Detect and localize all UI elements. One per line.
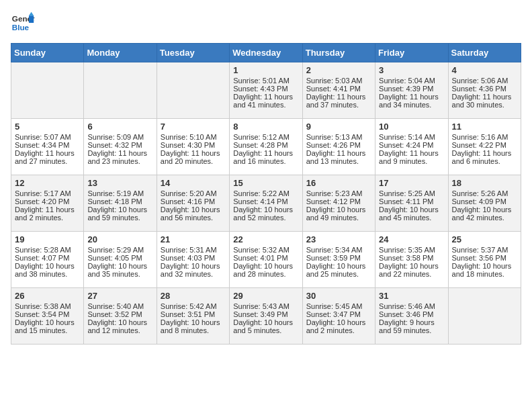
day-number: 9 xyxy=(306,122,371,132)
weekday-header-wednesday: Wednesday xyxy=(230,44,302,62)
day-info-line: Daylight: 10 hours xyxy=(452,262,517,270)
day-info-line: Sunset: 4:28 PM xyxy=(233,141,298,149)
day-info-line: and 59 minutes. xyxy=(379,326,444,334)
day-info-line: and 15 minutes. xyxy=(15,326,80,334)
day-number: 6 xyxy=(87,122,152,132)
day-info-line: Daylight: 10 hours xyxy=(233,262,298,270)
day-number: 26 xyxy=(15,291,80,301)
calendar-cell: 2Sunrise: 5:03 AMSunset: 4:41 PMDaylight… xyxy=(302,62,375,119)
day-number: 25 xyxy=(452,234,517,244)
day-number: 27 xyxy=(87,291,152,301)
day-number: 5 xyxy=(15,122,80,132)
day-info-line: Sunset: 3:58 PM xyxy=(379,254,444,262)
day-info-line: Sunrise: 5:29 AM xyxy=(87,246,152,254)
day-info-line: and 34 minutes. xyxy=(379,101,444,109)
calendar-cell: 29Sunrise: 5:43 AMSunset: 3:49 PMDayligh… xyxy=(230,288,302,345)
day-info-line: and 8 minutes. xyxy=(161,326,226,334)
day-number: 3 xyxy=(379,65,444,75)
day-info-line: and 37 minutes. xyxy=(306,101,371,109)
day-info-line: and 22 minutes. xyxy=(379,270,444,278)
calendar-cell: 5Sunrise: 5:07 AMSunset: 4:34 PMDaylight… xyxy=(11,119,84,175)
calendar-cell: 21Sunrise: 5:31 AMSunset: 4:03 PMDayligh… xyxy=(157,232,229,288)
day-number: 11 xyxy=(452,122,517,132)
day-info-line: Sunset: 4:16 PM xyxy=(161,197,226,205)
calendar-cell: 12Sunrise: 5:17 AMSunset: 4:20 PMDayligh… xyxy=(11,175,84,232)
day-info-line: Sunrise: 5:45 AM xyxy=(306,302,371,310)
day-info-line: Sunrise: 5:38 AM xyxy=(15,302,80,310)
logo: General Blue xyxy=(11,11,40,35)
day-info-line: Sunset: 4:41 PM xyxy=(306,85,371,93)
calendar-cell: 22Sunrise: 5:32 AMSunset: 4:01 PMDayligh… xyxy=(230,232,302,288)
day-info-line: Sunset: 3:46 PM xyxy=(379,310,444,318)
weekday-header-tuesday: Tuesday xyxy=(157,44,229,62)
day-number: 29 xyxy=(233,291,298,301)
day-info-line: Daylight: 10 hours xyxy=(233,205,298,214)
day-info-line: Sunset: 4:32 PM xyxy=(87,141,152,149)
weekday-header-thursday: Thursday xyxy=(302,44,375,62)
day-info-line: Daylight: 10 hours xyxy=(161,318,226,326)
day-info-line: and 18 minutes. xyxy=(452,270,517,278)
calendar-cell xyxy=(448,288,521,345)
day-info-line: and 9 minutes. xyxy=(379,157,444,165)
day-info-line: Sunrise: 5:31 AM xyxy=(161,246,226,254)
day-info-line: Daylight: 10 hours xyxy=(233,318,298,326)
day-info-line: Sunrise: 5:35 AM xyxy=(379,246,444,254)
day-info-line: Sunset: 3:56 PM xyxy=(452,254,517,262)
calendar-cell: 14Sunrise: 5:20 AMSunset: 4:16 PMDayligh… xyxy=(157,175,229,232)
day-info-line: Sunrise: 5:01 AM xyxy=(233,77,298,85)
day-info-line: Sunrise: 5:07 AM xyxy=(15,133,80,141)
day-info-line: Daylight: 11 hours xyxy=(452,149,517,157)
day-info-line: Sunrise: 5:28 AM xyxy=(15,246,80,254)
day-info-line: Daylight: 10 hours xyxy=(452,205,517,214)
day-info-line: and 12 minutes. xyxy=(87,326,152,334)
calendar-cell: 1Sunrise: 5:01 AMSunset: 4:43 PMDaylight… xyxy=(230,62,302,119)
day-info-line: Daylight: 10 hours xyxy=(87,262,152,270)
day-info-line: Sunrise: 5:23 AM xyxy=(306,189,371,197)
calendar-cell: 7Sunrise: 5:10 AMSunset: 4:30 PMDaylight… xyxy=(157,119,229,175)
day-info-line: Sunrise: 5:32 AM xyxy=(233,246,298,254)
day-info-line: Sunrise: 5:13 AM xyxy=(306,133,371,141)
day-info-line: Sunset: 4:26 PM xyxy=(306,141,371,149)
day-info-line: and 59 minutes. xyxy=(87,214,152,222)
day-info-line: Sunrise: 5:34 AM xyxy=(306,246,371,254)
day-info-line: Daylight: 10 hours xyxy=(306,262,371,270)
calendar-cell xyxy=(157,62,229,119)
day-info-line: Sunrise: 5:03 AM xyxy=(306,77,371,85)
day-info-line: Sunset: 3:54 PM xyxy=(15,310,80,318)
day-info-line: Daylight: 10 hours xyxy=(379,262,444,270)
calendar-cell: 31Sunrise: 5:46 AMSunset: 3:46 PMDayligh… xyxy=(375,288,448,345)
day-info-line: and 20 minutes. xyxy=(161,157,226,165)
day-info-line: and 25 minutes. xyxy=(306,270,371,278)
svg-marker-2 xyxy=(29,15,34,23)
calendar-cell: 24Sunrise: 5:35 AMSunset: 3:58 PMDayligh… xyxy=(375,232,448,288)
calendar-cell: 8Sunrise: 5:12 AMSunset: 4:28 PMDaylight… xyxy=(230,119,302,175)
day-info-line: and 16 minutes. xyxy=(233,157,298,165)
day-info-line: and 41 minutes. xyxy=(233,101,298,109)
day-info-line: Sunset: 4:34 PM xyxy=(15,141,80,149)
day-info-line: Sunset: 4:36 PM xyxy=(452,85,517,93)
weekday-header-monday: Monday xyxy=(84,44,157,62)
day-info-line: Sunset: 4:20 PM xyxy=(15,197,80,205)
day-info-line: and 2 minutes. xyxy=(306,326,371,334)
day-info-line: Daylight: 11 hours xyxy=(379,93,444,101)
day-info-line: Sunrise: 5:46 AM xyxy=(379,302,444,310)
day-info-line: Sunset: 4:30 PM xyxy=(161,141,226,149)
calendar-cell: 18Sunrise: 5:26 AMSunset: 4:09 PMDayligh… xyxy=(448,175,521,232)
day-number: 20 xyxy=(87,234,152,244)
day-number: 30 xyxy=(306,291,371,301)
day-info-line: Daylight: 10 hours xyxy=(306,205,371,214)
day-info-line: Daylight: 11 hours xyxy=(306,93,371,101)
day-info-line: Daylight: 11 hours xyxy=(233,93,298,101)
weekday-header-saturday: Saturday xyxy=(448,44,521,62)
day-info-line: Sunset: 3:51 PM xyxy=(161,310,226,318)
day-info-line: and 45 minutes. xyxy=(379,214,444,222)
day-number: 22 xyxy=(233,234,298,244)
day-number: 12 xyxy=(15,178,80,188)
day-info-line: and 5 minutes. xyxy=(233,326,298,334)
day-info-line: Sunset: 4:22 PM xyxy=(452,141,517,149)
day-info-line: Sunset: 3:52 PM xyxy=(87,310,152,318)
day-info-line: Daylight: 10 hours xyxy=(306,318,371,326)
day-number: 14 xyxy=(161,178,226,188)
day-info-line: Sunset: 4:05 PM xyxy=(87,254,152,262)
day-info-line: and 49 minutes. xyxy=(306,214,371,222)
